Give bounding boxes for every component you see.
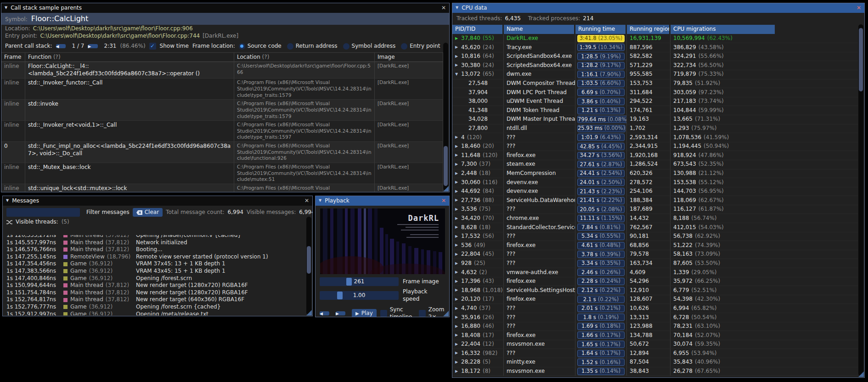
expand-icon[interactable]: ▶	[455, 135, 461, 140]
cpu-row[interactable]: ▶ 45,620 (24) Tracy.exe 1:39.5 (10.34%) …	[452, 43, 858, 52]
expand-icon[interactable]: ▶	[455, 297, 461, 302]
cpu-row[interactable]: ▶ 18,968 (1,018) ServiceHub.SettingsHost…	[452, 286, 858, 295]
expand-icon[interactable]: ▶	[455, 252, 461, 257]
cpu-row[interactable]: ▶ 35,916 (26) ??? 1.8 s (0.19%) 13,313 6…	[452, 313, 858, 322]
cpu-row[interactable]: ▶ 22,404 (12) msvsmon.exe 1.65 s (0.17%)…	[452, 340, 858, 349]
cpu-row[interactable]: ▶ 4,740 (37) ??? 2.01 s (0.21%) 10,626 6…	[452, 304, 858, 313]
cpu-row[interactable]: ▶ 18,408 (17) firefox.exe 1.66 s (0.17%)…	[452, 331, 858, 340]
scrollbar-thumb[interactable]	[307, 246, 311, 274]
cpu-row[interactable]: ▶ 7,300 (37) steam.exe 27.61 s (2.87%) 1…	[452, 160, 858, 169]
callstack-titlebar[interactable]: ▼ Call stack sample parents ✕	[1, 3, 449, 13]
step-back-button[interactable]: ◀	[320, 311, 329, 315]
message-row[interactable]: 1s 147,354,456ns Game (36,912) VRAM 37x4…	[6, 260, 305, 268]
cpu-row[interactable]: 34,028 DWM Master Input Thread 799.64 ms…	[452, 115, 858, 124]
expand-icon[interactable]: ▶	[455, 216, 461, 221]
callstack-scrollbar[interactable]	[443, 43, 448, 191]
cpu-row[interactable]: ▶ 44,692 (84) devenv.exe 21.43 s (2.23%)…	[452, 187, 858, 197]
expand-icon[interactable]: ▶	[455, 198, 461, 202]
expand-icon[interactable]: ▶	[455, 243, 461, 247]
message-row[interactable]: 1s 150,994,644ns Main thread (37,812) Ne…	[6, 282, 305, 289]
scrollbar-thumb[interactable]	[444, 146, 448, 186]
cpu-row[interactable]: ▶ 928 (25) ??? 3.34 s (0.35%) 163,734 87…	[452, 259, 858, 268]
expand-icon[interactable]: ▶	[455, 54, 461, 59]
cpu-row[interactable]: ▶ 2,448 (18) MemCompression 24.41 s (2.5…	[452, 169, 858, 179]
col-name[interactable]: Name	[504, 25, 574, 34]
scrollbar-thumb[interactable]	[859, 28, 863, 91]
next-stack-button[interactable]: ▶	[88, 44, 98, 48]
expand-icon[interactable]: ▶	[455, 342, 461, 347]
cpu-row[interactable]: ▶ 10,816 (64) ScriptedSandbox64.exe 1:28…	[452, 52, 858, 62]
col-running-regions[interactable]: Running regions	[627, 25, 669, 34]
col-function[interactable]: Function (?)	[25, 53, 234, 62]
expand-icon[interactable]: ▶	[455, 333, 461, 337]
col-running-time[interactable]: Running time	[575, 25, 626, 34]
expand-icon[interactable]: ▼	[455, 72, 461, 77]
message-row[interactable]: 1s 151,754,784ns Main thread (37,812) Ne…	[6, 289, 305, 297]
cpu-row[interactable]: ▶ 4 (120) ??? 1:01.9 (6.43%) 2,593,314 1…	[452, 133, 858, 142]
collapse-icon[interactable]: ▼	[5, 6, 7, 10]
help-icon[interactable]: (?)	[262, 54, 270, 60]
col-image[interactable]: Image	[375, 53, 443, 62]
expand-icon[interactable]: ▶	[455, 306, 461, 311]
collapse-icon[interactable]: ▼	[456, 6, 458, 10]
col-cpu-migrations[interactable]: CPU migrations	[671, 25, 775, 34]
visible-threads-row[interactable]: Visible threads: (5)	[3, 219, 312, 227]
message-row[interactable]: 1s 152,912,997ns Game (36,912) Opening /…	[6, 311, 305, 315]
expand-icon[interactable]: ▶	[455, 180, 461, 185]
col-location[interactable]: Location (?)	[234, 53, 375, 62]
expand-icon[interactable]: ▶	[455, 261, 461, 266]
cpu-row[interactable]: ▶ 22,804 (45) ??? 3.78 s (0.39%) 79,578 …	[452, 250, 858, 259]
cpu-row[interactable]: ▶ 18,172 (8) msvsmon.exe 1.35 s (0.14%) …	[452, 367, 858, 376]
step-forward-button[interactable]: ▶	[336, 311, 345, 315]
expand-icon[interactable]: ▶	[455, 189, 461, 194]
cpu-row[interactable]: ▶ 28,228 (5) mintty.exe 1.52 s (0.16%) 8…	[452, 358, 858, 367]
expand-icon[interactable]: ▶	[455, 225, 461, 230]
expand-icon[interactable]: ▶	[455, 171, 461, 176]
expand-icon[interactable]: ▶	[455, 351, 461, 355]
cpu-row[interactable]: ▶ 4,632 (2) vmware-authd.exe 2.46 s (0.2…	[452, 268, 858, 277]
message-row[interactable]: 1s 147,400,846ns Game (36,912) Opening /…	[6, 275, 305, 282]
frame-location-radio[interactable]: Source code	[239, 43, 282, 50]
expand-icon[interactable]: ▶	[455, 279, 461, 284]
resize-grip[interactable]	[858, 371, 864, 377]
playback-speed-slider[interactable]: 1.00	[320, 291, 399, 300]
cpu-row[interactable]: ▶ 18,460 (20) ??? 42.85 s (4.45%) 2,344,…	[452, 142, 858, 152]
filter-input[interactable]	[6, 208, 80, 217]
expand-icon[interactable]: ▶	[455, 324, 461, 329]
collapse-icon[interactable]: ▼	[319, 198, 321, 203]
expand-icon[interactable]: ▶	[455, 162, 461, 167]
playback-titlebar[interactable]: ▼ Playback ✕	[316, 196, 449, 206]
resize-grip[interactable]	[443, 186, 449, 191]
callstack-table-row[interactable]: inline Floor::CalcLight::__l4::<lambda_5…	[1, 62, 443, 79]
col-pid-tid[interactable]: PID/TID	[452, 25, 502, 34]
cpu-row[interactable]: 37,904 DWM LPC Port Thread 6.69 s (0.70%…	[452, 88, 858, 97]
callstack-table-row[interactable]: inline std::invoke C:\Program Files (x86…	[1, 100, 443, 121]
frame-location-radio[interactable]: Return address	[287, 43, 338, 50]
expand-icon[interactable]: ▶	[455, 144, 461, 149]
expand-icon[interactable]: ▶	[455, 234, 461, 239]
cpu-row[interactable]: ▶ 30,060 (116) devenv.exe 24.01 s (2.50%…	[452, 178, 858, 187]
cpu-row[interactable]: ▶ 536 (49) firefox.exe 4.61 s (0.48%) 68…	[452, 241, 858, 250]
cpu-row[interactable]: ▶ 3,536 (75) ??? 20.05 s (2.08%) 187,689…	[452, 205, 858, 214]
callstack-table-row[interactable]: inline std::_Invoker_functor::_Call C:\P…	[1, 79, 443, 100]
cpu-row[interactable]: ▼ 13,072 (65) dwm.exe 1:16.1 (7.90%) 955…	[452, 70, 858, 79]
expand-icon[interactable]: ▶	[455, 45, 461, 50]
message-row[interactable]: 1s 147,383,566ns Game (36,912) VRAM 43x4…	[6, 268, 305, 275]
cpu-row[interactable]: ▶ 37,840 (55) DarkRL.exe 3:41.8 (23.05%)…	[452, 34, 858, 44]
expand-icon[interactable]: ▶	[455, 207, 461, 212]
zoom-checkbox[interactable]	[419, 310, 426, 317]
expand-icon[interactable]: ▶	[455, 270, 461, 275]
callstack-table-row[interactable]: 0 std::_Func_impl_no_alloc<<lambda_5bc22…	[1, 142, 443, 163]
play-button[interactable]: ▶ Play	[352, 309, 377, 317]
close-icon[interactable]: ✕	[441, 5, 446, 12]
expand-icon[interactable]: ▶	[455, 36, 461, 41]
cpu-row[interactable]: 27,548 DWM Compositor Thread 1:03.5 (6.6…	[452, 79, 858, 89]
cpu-row[interactable]: ▶ 17,396 (43) firefox.exe 2.28 s (0.24%)…	[452, 277, 858, 286]
cpu-row[interactable]: ▶ 34,420 (70) chrome.exe 11.11 s (1.15%)…	[452, 214, 858, 223]
callstack-table-row[interactable]: inline std::_Mutex_base::lock C:\Program…	[1, 163, 443, 184]
messages-scrollbar[interactable]	[306, 217, 311, 315]
expand-icon[interactable]: ▶	[455, 315, 461, 320]
cpu-row[interactable]: ▶ 27,736 (88) ServiceHub.DataWarehouseHo…	[452, 196, 858, 205]
clear-button[interactable]: Clear	[133, 208, 163, 217]
callstack-table-row[interactable]: inline std::unique_lock<std::mutex>::loc…	[1, 184, 443, 192]
